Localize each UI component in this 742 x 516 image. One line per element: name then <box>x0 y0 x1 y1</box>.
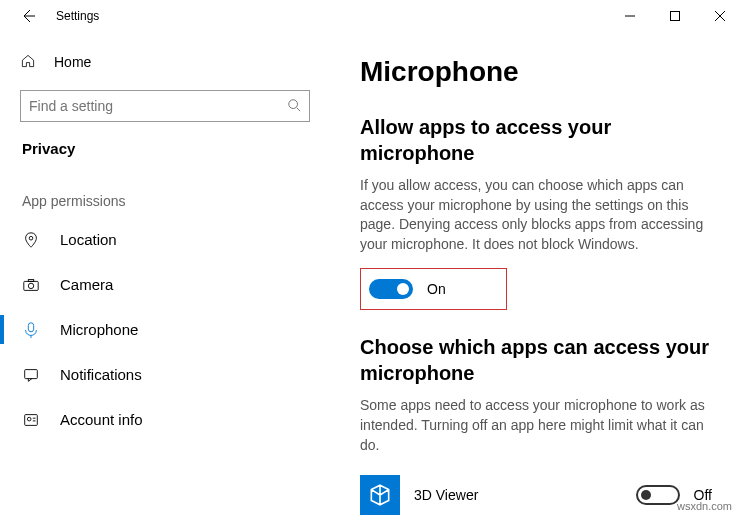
arrow-left-icon <box>20 8 36 24</box>
allow-access-toggle-label: On <box>427 281 446 297</box>
section-desc-allow: If you allow access, you can choose whic… <box>360 176 712 254</box>
search-icon <box>287 98 301 115</box>
microphone-icon <box>22 321 40 339</box>
sidebar-home-label: Home <box>54 54 91 70</box>
window-body: Home Privacy App permissions Location <box>0 32 742 516</box>
minimize-button[interactable] <box>607 1 652 31</box>
content-pane: Microphone Allow apps to access your mic… <box>330 32 742 516</box>
app-3d-viewer-toggle[interactable] <box>636 485 680 505</box>
page-title: Microphone <box>360 56 712 88</box>
sidebar-item-label: Notifications <box>60 366 142 383</box>
toggle-knob <box>641 490 651 500</box>
allow-access-toggle[interactable] <box>369 279 413 299</box>
maximize-button[interactable] <box>652 1 697 31</box>
sidebar-item-camera[interactable]: Camera <box>0 262 330 307</box>
watermark: wsxdn.com <box>677 500 732 512</box>
sidebar: Home Privacy App permissions Location <box>0 32 330 516</box>
close-button[interactable] <box>697 1 742 31</box>
titlebar: Settings <box>0 0 742 32</box>
sidebar-item-label: Microphone <box>60 321 138 338</box>
search-input[interactable] <box>29 98 287 114</box>
allow-toggle-highlight: On <box>360 268 507 310</box>
search-box[interactable] <box>20 90 310 122</box>
sidebar-category: Privacy <box>0 134 330 173</box>
section-heading-allow: Allow apps to access your microphone <box>360 114 712 166</box>
notifications-icon <box>22 366 40 384</box>
close-icon <box>715 11 725 21</box>
sidebar-item-account-info[interactable]: Account info <box>0 397 330 442</box>
maximize-icon <box>670 11 680 21</box>
svg-rect-6 <box>28 322 33 331</box>
sidebar-item-label: Location <box>60 231 117 248</box>
account-info-icon <box>22 411 40 429</box>
sidebar-group-label: App permissions <box>0 173 330 217</box>
sidebar-item-label: Account info <box>60 411 143 428</box>
sidebar-home[interactable]: Home <box>0 42 330 82</box>
camera-icon <box>22 276 40 294</box>
svg-point-4 <box>28 283 33 288</box>
location-icon <box>22 231 40 249</box>
window-title: Settings <box>56 9 99 23</box>
app-name: 3D Viewer <box>414 487 478 503</box>
settings-window: Settings Home <box>0 0 742 516</box>
svg-rect-7 <box>25 369 38 378</box>
window-controls <box>607 1 742 31</box>
toggle-knob <box>397 283 409 295</box>
svg-point-9 <box>27 417 31 421</box>
svg-rect-0 <box>670 12 679 21</box>
svg-point-1 <box>289 99 298 108</box>
svg-point-2 <box>29 236 33 240</box>
svg-rect-5 <box>28 279 33 281</box>
search-wrap <box>0 82 330 134</box>
section-heading-choose: Choose which apps can access your microp… <box>360 334 712 386</box>
app-tile-3d-viewer-icon <box>360 475 400 515</box>
sidebar-item-label: Camera <box>60 276 113 293</box>
minimize-icon <box>625 11 635 21</box>
sidebar-item-notifications[interactable]: Notifications <box>0 352 330 397</box>
sidebar-item-microphone[interactable]: Microphone <box>0 307 330 352</box>
app-row-3d-viewer: 3D Viewer Off <box>360 469 712 516</box>
section-desc-choose: Some apps need to access your microphone… <box>360 396 712 455</box>
sidebar-item-location[interactable]: Location <box>0 217 330 262</box>
back-button[interactable] <box>12 0 44 32</box>
home-icon <box>20 53 36 72</box>
